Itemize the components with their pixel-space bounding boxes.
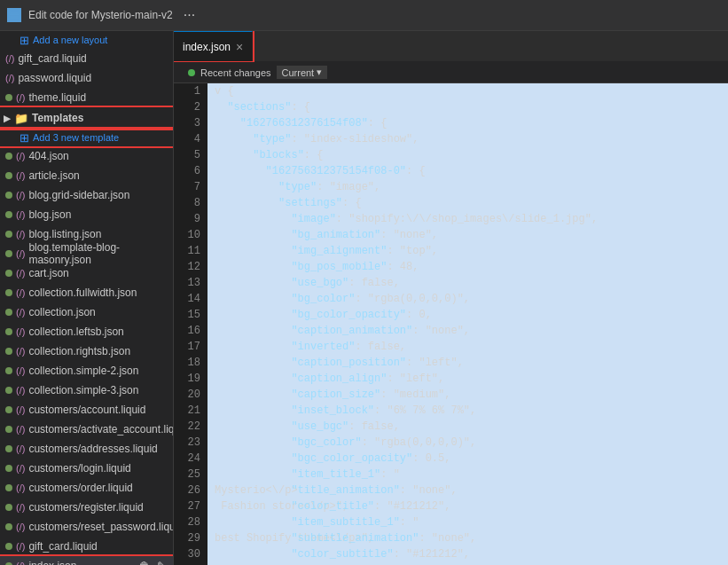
liquid-icon: (/) [16, 463, 25, 474]
sidebar-item-index-json[interactable]: (/) index.json 🗑 ✎ [0, 556, 173, 565]
code-line: "settings": { [215, 195, 721, 211]
tab-label: index.json [183, 41, 231, 53]
code-line: "caption_align": "left", [215, 371, 721, 387]
liquid-icon: (/) [16, 151, 25, 161]
liquid-icon: (/) [16, 287, 25, 298]
liquid-icon: (/) [16, 502, 25, 513]
sidebar-item-404[interactable]: (/) 404.json [0, 146, 173, 166]
liquid-icon: (/) [16, 190, 25, 200]
sidebar-item-theme-liquid[interactable]: (/) theme.liquid [0, 88, 173, 107]
sidebar-item-collection-simple3[interactable]: (/) collection.simple-3.json [0, 381, 173, 400]
delete-icon[interactable]: 🗑 [139, 560, 150, 565]
status-dot [5, 172, 12, 179]
sidebar-item-customers-register[interactable]: (/) customers/register.liquid [0, 498, 173, 517]
content-area: index.json × Recent changes Current ▾ 12… [174, 31, 728, 565]
sidebar-item-blog-grid[interactable]: (/) blog.grid-sidebar.json [0, 185, 173, 205]
liquid-icon: (/) [16, 248, 25, 259]
code-line: "type": "image", [215, 179, 721, 195]
recent-changes-label: Recent changes [200, 67, 271, 78]
code-line: "bg_animation": "none", [215, 227, 721, 243]
liquid-icon: (/) [5, 73, 14, 83]
status-dot [5, 192, 12, 199]
sidebar-item-password-liquid[interactable]: (/) password.liquid [0, 68, 173, 88]
folder-icon: 📁 [14, 112, 28, 125]
sidebar-item-customers-activate[interactable]: (/) customers/activate_account.liquid [0, 420, 173, 439]
code-line: "title_animation": "none", [215, 483, 721, 498]
more-options-icon[interactable]: ··· [184, 7, 195, 23]
sidebar-item-collection[interactable]: (/) collection.json [0, 302, 173, 322]
liquid-icon: (/) [16, 443, 25, 454]
status-dot [5, 523, 12, 530]
status-dot [5, 387, 12, 394]
status-dot [5, 309, 12, 316]
status-dot [5, 211, 12, 218]
sidebar-item-customers-order[interactable]: (/) customers/order.liquid [0, 478, 173, 498]
code-editor[interactable]: 1234567891011121314151617181920212223242… [174, 83, 728, 565]
liquid-icon: (/) [16, 170, 25, 181]
code-line: "color_title": "#121212", [215, 498, 721, 514]
liquid-icon: (/) [16, 229, 25, 239]
code-line: "inverted": false, [215, 339, 721, 355]
code-line: "blocks": { [215, 147, 721, 163]
code-line: "bgc_color": "rgba(0,0,0,0)", [215, 435, 721, 451]
status-dot [5, 367, 12, 374]
sidebar-item-cart[interactable]: (/) cart.json [0, 263, 173, 283]
add-layout-link[interactable]: ⊞ Add a new layout [0, 31, 173, 49]
sidebar: ⊞ Add a new layout (/) gift_card.liquid … [0, 31, 174, 565]
status-dot [5, 348, 12, 355]
code-line: "color_subtitle": "#121212", [215, 546, 721, 562]
code-line: "caption_position": "left", [215, 355, 721, 371]
liquid-icon: (/) [16, 404, 25, 415]
code-line: "use_bgo": false, [215, 275, 721, 291]
main-layout: ⊞ Add a new layout (/) gift_card.liquid … [0, 31, 728, 565]
code-line: "img_alignment": "top", [215, 243, 721, 259]
code-line: "type": "index-slideshow", [215, 131, 721, 147]
liquid-icon: (/) [16, 522, 25, 532]
top-bar: Edit code for Mysterio-main-v2 ··· [0, 0, 728, 31]
sidebar-item-collection-simple2[interactable]: (/) collection.simple-2.json [0, 361, 173, 381]
tab-index-json[interactable]: index.json × [174, 31, 253, 61]
code-line: "item_subtitle_1": "best Shopify theme<\… [215, 514, 721, 530]
status-dot [5, 250, 12, 257]
sidebar-item-collection-rightsb[interactable]: (/) collection.rightsb.json [0, 341, 173, 361]
sidebar-item-collection-leftsb[interactable]: (/) collection.leftsb.json [0, 322, 173, 341]
tab-close-button[interactable]: × [236, 41, 243, 53]
sidebar-item-customers-addresses[interactable]: (/) customers/addresses.liquid [0, 439, 173, 459]
add-layout-icon: ⊞ [20, 34, 29, 47]
sidebar-item-collection-fullwidth[interactable]: (/) collection.fullwidth.json [0, 283, 173, 302]
liquid-icon: (/) [16, 561, 25, 565]
templates-section-header[interactable]: ▶ 📁 Templates [0, 107, 173, 129]
edit-icon[interactable]: ✎ [157, 560, 166, 565]
sidebar-item-customers-reset[interactable]: (/) customers/reset_password.liquid [0, 517, 173, 537]
sidebar-item-blog-masonry[interactable]: (/) blog.template-blog-masonry.json [0, 244, 173, 263]
sidebar-item-customers-account[interactable]: (/) customers/account.liquid [0, 400, 173, 420]
code-line: "bg_color": "rgba(0,0,0,0)", [215, 291, 721, 307]
recent-status-dot [188, 69, 195, 76]
sidebar-item-gift-card-liquid-2[interactable]: (/) gift_card.liquid [0, 537, 173, 556]
status-dot [5, 484, 12, 491]
code-line: "item_title_1": "Mysterio<\/p> Fashion s… [215, 467, 721, 483]
code-line: "use_bgc": false, [215, 419, 721, 435]
code-line: "162756312375154f08-0": { [215, 163, 721, 179]
add-template-link[interactable]: ⊞ Add 3 new template [0, 129, 173, 146]
sidebar-item-blog[interactable]: (/) blog.json [0, 205, 173, 224]
status-dot [5, 289, 12, 296]
status-dot [5, 504, 12, 511]
sidebar-item-article[interactable]: (/) article.json [0, 166, 173, 185]
liquid-icon: (/) [16, 385, 25, 396]
tab-bar: index.json × [174, 31, 728, 62]
status-dot [5, 543, 12, 550]
window-title: Edit code for Mysterio-main-v2 [28, 9, 173, 21]
code-line: "inset_block": "6% 7% 6% 7%", [215, 403, 721, 419]
status-dot-green [5, 94, 12, 101]
sidebar-item-customers-login[interactable]: (/) customers/login.liquid [0, 459, 173, 478]
add-template-icon: ⊞ [20, 131, 29, 145]
status-dot [5, 231, 12, 238]
current-dropdown-button[interactable]: Current ▾ [277, 66, 328, 79]
status-dot [5, 445, 12, 452]
status-dot [5, 153, 12, 160]
status-dot [5, 426, 12, 433]
code-line: "sections": { [215, 99, 721, 115]
status-dot [5, 270, 12, 277]
sidebar-item-gift-card-liquid[interactable]: (/) gift_card.liquid [0, 49, 173, 68]
